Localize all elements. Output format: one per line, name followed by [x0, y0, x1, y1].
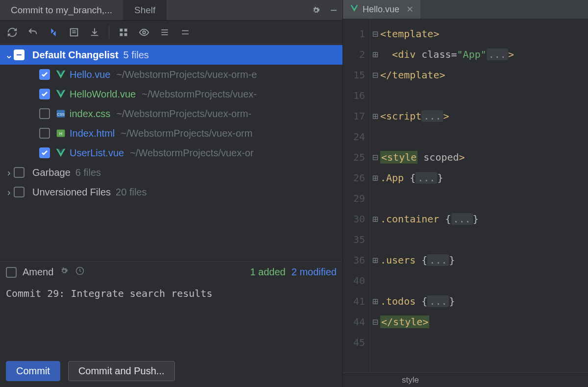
file-row[interactable]: H Index.html ~/WebstormProjects/vuex-orm — [0, 123, 343, 143]
unversioned-files[interactable]: › Unversioned Files 20 files — [0, 182, 343, 202]
editor-tabs: Hello.vue ✕ — [343, 0, 588, 19]
close-icon[interactable]: ✕ — [406, 4, 414, 15]
file-name: UserList.vue — [70, 147, 124, 159]
file-path: ~/WebstormProjects/vuex-orm- — [116, 108, 251, 120]
commit-options-gear-icon[interactable] — [59, 266, 69, 278]
changelist-icon[interactable] — [66, 24, 82, 41]
file-name: Hello.vue — [70, 69, 110, 80]
changes-tree: ⌄ Default Changelist 5 files Hello.vue ~… — [0, 44, 343, 261]
file-row[interactable]: Hello.vue ~/WebstormProjects/vuex-orm-e — [0, 65, 343, 84]
file-count: 20 files — [116, 187, 147, 198]
file-row[interactable]: CSS index.css ~/WebstormProjects/vuex-or… — [0, 104, 343, 123]
shelve-icon[interactable] — [86, 24, 103, 41]
file-path: ~/WebstormProjects/vuex-orm — [121, 128, 252, 139]
expand-icon[interactable] — [156, 24, 173, 41]
tab-label: Hello.vue — [363, 4, 399, 15]
svg-rect-14 — [17, 54, 22, 55]
svg-rect-7 — [124, 33, 127, 36]
amend-label: Amend — [23, 266, 53, 278]
diff-icon[interactable] — [45, 24, 62, 41]
file-count: 6 files — [75, 167, 101, 178]
file-path: ~/WebstormProjects/vuex-orm-e — [116, 69, 257, 80]
vue-icon — [55, 147, 67, 159]
fold-column[interactable]: ⊟⊞⊟ ⊞ ⊟⊞ ⊞ ⊞ ⊞⊟ — [370, 19, 380, 372]
checkbox[interactable] — [39, 89, 50, 99]
file-row[interactable]: UserList.vue ~/WebstormProjects/vuex-or — [0, 143, 343, 163]
file-name: Index.html — [70, 128, 115, 139]
chevron-right-icon[interactable]: › — [4, 167, 14, 178]
changelist-label: Default Changelist — [32, 49, 119, 61]
checkbox[interactable] — [39, 108, 50, 119]
breadcrumb[interactable]: style — [343, 372, 588, 387]
changelist-label: Garbage — [32, 167, 71, 178]
panel-tabs: Commit to my_branch,... Shelf — [0, 0, 343, 21]
checkbox-partial[interactable] — [14, 49, 24, 60]
file-path: ~/WebstormProjects/vuex- — [142, 89, 257, 100]
tab-commit[interactable]: Commit to my_branch,... — [0, 0, 123, 20]
css-icon: CSS — [55, 108, 67, 120]
chevron-down-icon[interactable]: ⌄ — [4, 49, 14, 61]
changelist-garbage[interactable]: › Garbage 6 files — [0, 163, 343, 182]
commit-button[interactable]: Commit — [6, 361, 60, 381]
tab-shelf[interactable]: Shelf — [123, 0, 167, 20]
checkbox[interactable] — [39, 147, 50, 158]
chevron-right-icon[interactable]: › — [4, 187, 14, 198]
svg-text:CSS: CSS — [57, 112, 64, 117]
collapse-icon[interactable] — [177, 24, 194, 41]
checkbox[interactable] — [39, 128, 50, 139]
file-count: 5 files — [123, 49, 149, 61]
refresh-icon[interactable] — [4, 24, 21, 41]
file-path: ~/WebstormProjects/vuex-or — [130, 147, 254, 159]
svg-text:H: H — [59, 131, 62, 136]
amend-bar: Amend 1 added 2 modified — [0, 261, 343, 283]
modified-count: 2 modified — [292, 266, 337, 278]
commit-panel: Commit to my_branch,... Shelf ⌄ Default … — [0, 0, 343, 387]
checkbox[interactable] — [14, 167, 24, 178]
editor-panel: Hello.vue ✕ 1 2 15 16 17 24 25 26 29 30 … — [343, 0, 588, 387]
checkbox[interactable] — [39, 69, 50, 80]
file-row[interactable]: HelloWorld.vue ~/WebstormProjects/vuex- — [0, 84, 343, 104]
history-icon[interactable] — [75, 266, 85, 278]
rollback-icon[interactable] — [24, 24, 41, 41]
added-count: 1 added — [250, 266, 285, 278]
svg-rect-4 — [120, 28, 123, 31]
vue-icon — [350, 4, 359, 15]
vue-icon — [55, 88, 67, 100]
svg-rect-6 — [120, 33, 123, 36]
editor-body[interactable]: 1 2 15 16 17 24 25 26 29 30 35 36 40 41 … — [343, 19, 588, 372]
changelist-default[interactable]: ⌄ Default Changelist 5 files — [0, 45, 343, 65]
file-name: index.css — [70, 108, 110, 120]
svg-rect-5 — [124, 28, 127, 31]
commit-message-area[interactable]: Commit 29: Integrate search results — [0, 283, 343, 361]
svg-point-8 — [143, 31, 146, 34]
file-name: HelloWorld.vue — [70, 89, 136, 100]
gear-icon[interactable] — [307, 1, 325, 19]
commit-buttons: Commit Commit and Push... — [0, 361, 343, 387]
group-icon[interactable] — [115, 24, 132, 41]
changelist-label: Unversioned Files — [32, 187, 111, 198]
view-icon[interactable] — [136, 24, 152, 41]
line-gutter: 1 2 15 16 17 24 25 26 29 30 35 36 40 41 … — [343, 19, 370, 372]
checkbox[interactable] — [14, 187, 24, 197]
commit-push-button[interactable]: Commit and Push... — [68, 361, 175, 381]
code-area[interactable]: <template> <div class="App"...> </templa… — [380, 19, 588, 372]
editor-tab-hello[interactable]: Hello.vue ✕ — [343, 0, 420, 19]
amend-checkbox[interactable] — [6, 267, 17, 278]
commit-toolbar — [0, 21, 343, 44]
minimize-icon[interactable] — [325, 1, 343, 19]
vue-icon — [55, 69, 67, 80]
html-icon: H — [55, 127, 67, 139]
